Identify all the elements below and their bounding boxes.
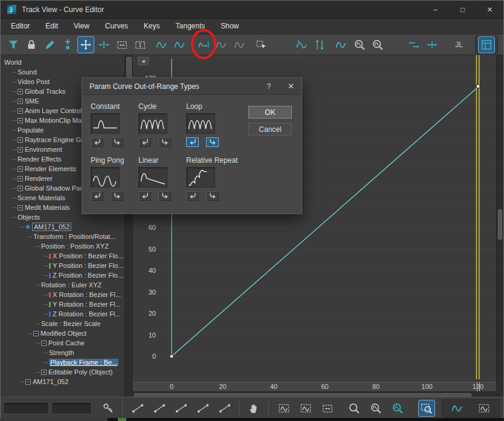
horizontal-scrollbar[interactable] <box>133 391 496 397</box>
titlebar[interactable]: 3 Track View - Curve Editor – □ ✕ <box>1 1 503 19</box>
close-button[interactable]: ✕ <box>476 1 503 18</box>
frame-horizontal-icon[interactable] <box>276 400 292 416</box>
marker-nav-button[interactable]: ◄ <box>138 57 149 65</box>
time-slider-marker[interactable] <box>479 382 480 391</box>
swap-buffer-curves-icon[interactable] <box>232 37 248 53</box>
key-stats-icon[interactable] <box>100 400 116 416</box>
tree-item[interactable]: Z Position : Bezier Flo... <box>1 270 124 280</box>
show-tangents-icon[interactable] <box>217 400 233 416</box>
oor-apply-out-constant[interactable] <box>111 137 123 147</box>
pan-hand-icon[interactable] <box>247 400 262 416</box>
frame-values-icon[interactable] <box>312 37 328 53</box>
curve-buffer-icon[interactable] <box>450 400 465 416</box>
tree-item[interactable]: Playback Frame : Be... <box>1 357 124 367</box>
tree-item[interactable]: Position : Position XYZ <box>1 241 124 251</box>
pan-time-icon[interactable] <box>406 37 422 53</box>
simplify-curve-icon[interactable] <box>172 37 188 53</box>
toggle-layout-icon[interactable] <box>479 37 494 53</box>
oor-apply-out-pingpong[interactable] <box>111 191 123 201</box>
vertical-scrollbar[interactable] <box>496 55 503 397</box>
zoom-icon[interactable] <box>346 400 362 416</box>
oor-apply-out-cycle[interactable] <box>158 137 171 147</box>
collapse-icon[interactable]: − <box>25 379 31 385</box>
tree-item[interactable]: −AM171_052 <box>1 377 124 387</box>
menu-view[interactable]: View <box>66 19 97 34</box>
select-region-tool-icon[interactable] <box>254 37 270 53</box>
tree-item[interactable]: Strength <box>1 348 124 357</box>
oor-apply-in-pingpong[interactable] <box>91 191 103 201</box>
dialog-titlebar[interactable]: Param Curve Out-of-Range Types ? ✕ <box>82 78 302 95</box>
tree-item[interactable]: +Editable Poly (Object) <box>1 367 124 377</box>
tree-item[interactable]: Y Rotation : Bezier Fl... <box>1 299 124 309</box>
fit-horizontal-icon[interactable] <box>424 37 440 53</box>
oor-apply-out-linear[interactable] <box>158 191 171 201</box>
expand-icon[interactable]: + <box>18 137 23 143</box>
tree-item[interactable]: X Rotation : Bezier Fl... <box>1 290 124 299</box>
oor-apply-in-loop[interactable] <box>186 137 199 147</box>
oor-apply-in-cycle[interactable] <box>138 137 151 147</box>
expand-icon[interactable]: + <box>18 186 23 191</box>
dialog-close-button[interactable]: ✕ <box>288 82 294 91</box>
scrollbar-thumb[interactable] <box>498 209 502 240</box>
frame-horizontal-extents-icon[interactable] <box>334 37 349 53</box>
scale-keys-icon[interactable] <box>114 37 130 53</box>
break-tangents-icon[interactable] <box>152 400 167 416</box>
show-buffer-curves-icon[interactable] <box>214 37 230 53</box>
tree-item[interactable]: −Modified Object <box>1 328 124 338</box>
expand-icon[interactable]: + <box>18 205 23 211</box>
collapse-icon[interactable]: − <box>33 331 39 336</box>
param-oor-icon[interactable] <box>196 37 212 53</box>
frame-selected-icon[interactable] <box>320 400 335 416</box>
menu-curves[interactable]: Curves <box>97 19 136 34</box>
oor-apply-in-linear[interactable] <box>138 191 151 201</box>
frame-value-icon[interactable] <box>298 400 314 416</box>
tree-item[interactable]: Sound <box>1 67 124 77</box>
move-keys-icon[interactable] <box>78 37 94 53</box>
frame-value-extents-icon[interactable] <box>352 37 367 53</box>
zoom-time-icon[interactable] <box>368 400 384 416</box>
unify-tangents-icon[interactable] <box>173 400 189 416</box>
curve-key[interactable] <box>170 355 173 358</box>
collapse-icon[interactable]: − <box>41 341 47 346</box>
isolate-curve-icon[interactable] <box>294 37 309 53</box>
cancel-button[interactable]: Cancel <box>248 123 292 135</box>
retime-tool-icon[interactable] <box>154 37 170 53</box>
expand-icon[interactable]: + <box>18 89 23 94</box>
oor-apply-out-loop[interactable] <box>206 137 219 147</box>
tree-item[interactable]: −Point Cache <box>1 338 124 348</box>
expand-icon[interactable]: + <box>18 176 23 181</box>
scale-values-icon[interactable] <box>132 37 148 53</box>
tree-item[interactable]: X Position : Bezier Flo... <box>1 251 124 261</box>
tree-item[interactable]: Z Rotation : Bezier Fl... <box>1 309 124 319</box>
menu-show[interactable]: Show <box>213 19 247 34</box>
lock-tangents-icon[interactable] <box>130 400 146 416</box>
expand-icon[interactable]: + <box>18 99 23 104</box>
lock-selection-icon[interactable] <box>24 37 39 53</box>
tree-item[interactable]: Scale : Bezier Scale <box>1 319 124 328</box>
minimize-button[interactable]: – <box>422 1 449 18</box>
zoom-values-icon[interactable] <box>390 400 405 416</box>
curve-key[interactable] <box>476 85 480 88</box>
tree-item[interactable]: Transform : Position/Rotat... <box>1 232 124 241</box>
maximize-button[interactable]: □ <box>449 1 476 18</box>
menu-tangents[interactable]: Tangents <box>168 19 213 34</box>
dialog-help-button[interactable]: ? <box>267 82 271 91</box>
current-time-line[interactable] <box>477 55 479 379</box>
time-slider-marker[interactable] <box>477 382 478 391</box>
tree-item[interactable]: Rotation : Euler XYZ <box>1 280 124 290</box>
curve-snapshot-icon[interactable] <box>476 400 492 416</box>
expand-icon[interactable]: + <box>18 147 23 152</box>
filter-icon[interactable] <box>5 37 21 53</box>
tree-item[interactable]: AM171_052 <box>1 222 124 232</box>
expand-icon[interactable]: + <box>18 118 23 123</box>
tree-item[interactable]: World <box>1 57 124 67</box>
expand-icon[interactable]: + <box>18 108 23 114</box>
oor-apply-out-relativerepeat[interactable] <box>206 191 219 201</box>
add-keys-icon[interactable] <box>60 37 76 53</box>
draw-curves-icon[interactable] <box>42 37 57 53</box>
ok-button[interactable]: OK <box>248 106 292 119</box>
tree-item[interactable]: Y Position : Bezier Flo... <box>1 261 124 270</box>
expand-icon[interactable]: + <box>18 166 23 172</box>
menu-edit[interactable]: Edit <box>37 19 66 34</box>
time-ruler[interactable]: 020406080100120 <box>133 382 496 391</box>
